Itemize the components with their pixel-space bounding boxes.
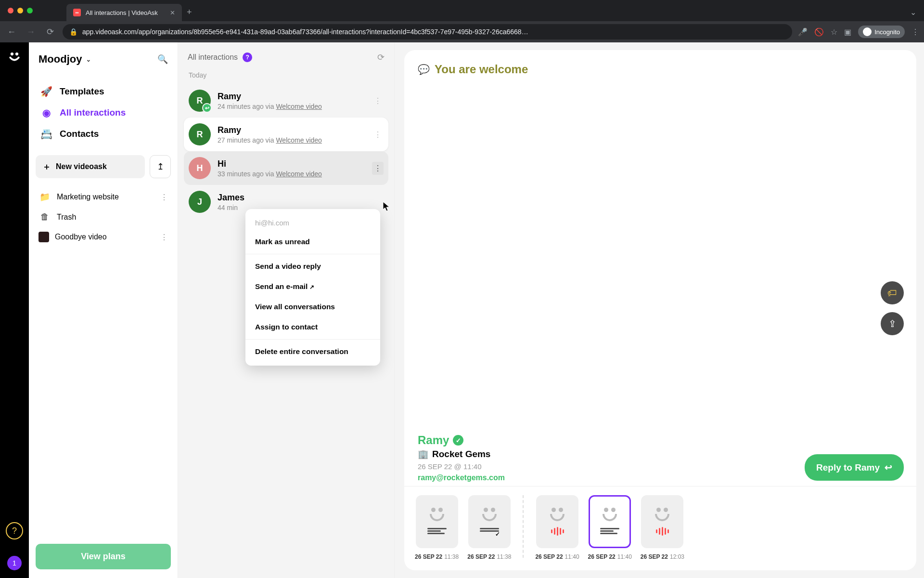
tabs-dropdown-icon[interactable]: ⌄ xyxy=(910,8,916,17)
folder-trash[interactable]: 🗑 Trash xyxy=(36,207,171,227)
thumb-card[interactable] xyxy=(468,495,511,548)
contact-name-row: Ramy ✓ xyxy=(418,434,903,447)
kebab-menu-icon[interactable]: ⋮ xyxy=(911,27,919,37)
incognito-label: Incognito xyxy=(874,28,900,36)
avatar-initial: R xyxy=(197,130,203,140)
building-icon: 🏢 xyxy=(418,449,428,460)
share-button[interactable]: ⇪ xyxy=(881,312,904,335)
help-badge-icon[interactable]: ? xyxy=(243,53,252,62)
star-icon[interactable]: ☆ xyxy=(831,27,837,37)
maximize-window-button[interactable] xyxy=(27,8,33,13)
cursor-pointer-icon xyxy=(382,201,391,212)
interaction-card[interactable]: R Ramy 27 minutes ago via Welcome video … xyxy=(184,118,388,151)
menu-mark-unread[interactable]: Mark as unread xyxy=(245,232,380,252)
panel-icon[interactable]: ▣ xyxy=(844,27,851,37)
sidebar: Moodjoy ⌄ 🔍 🚀 Templates ◉ All interactio… xyxy=(29,42,178,578)
thumb-group: 26 SEP 2211:38 26 SEP 2211:38 xyxy=(415,495,511,561)
minimize-window-button[interactable] xyxy=(17,8,23,13)
notification-count-badge[interactable]: 1 xyxy=(7,556,22,570)
completed-response-icon xyxy=(480,527,499,536)
thumb-item[interactable]: 26 SEP 2211:38 xyxy=(415,495,459,561)
folder-icon: 📁 xyxy=(38,192,51,202)
thumb-item[interactable]: 26 SEP 2212:03 xyxy=(641,495,684,561)
forward-button[interactable]: → xyxy=(24,27,38,37)
floating-actions: 🏷 ⇪ xyxy=(881,281,904,335)
thumb-caption: 26 SEP 2211:40 xyxy=(588,552,632,561)
search-icon[interactable]: 🔍 xyxy=(157,54,168,65)
lock-icon: 🔒 xyxy=(69,28,77,36)
contact-name: James xyxy=(218,193,244,203)
folder-marketing-website[interactable]: 📁 Marketing website ⋮ xyxy=(36,187,171,207)
help-button[interactable]: ? xyxy=(6,522,23,539)
contact-name: Hi xyxy=(218,159,322,169)
face-icon xyxy=(480,508,499,522)
mic-icon[interactable]: 🎤 xyxy=(798,27,808,37)
close-window-button[interactable] xyxy=(8,8,13,13)
face-icon xyxy=(600,508,619,522)
play-circle-icon: ◉ xyxy=(39,107,53,118)
reply-button[interactable]: Reply to Ramy ↩ xyxy=(805,454,904,481)
thumb-caption: 26 SEP 2211:38 xyxy=(415,552,459,561)
videoask-menu-icon[interactable]: ⋮ xyxy=(160,233,168,242)
tab-title: All interactions | VideoAsk xyxy=(86,9,158,16)
tag-button[interactable]: 🏷 xyxy=(881,281,904,304)
interaction-card[interactable]: R ↩ Ramy 24 minutes ago via Welcome vide… xyxy=(184,84,388,118)
tab-close-icon[interactable]: ✕ xyxy=(170,9,175,16)
view-plans-button[interactable]: View plans xyxy=(36,544,171,569)
menu-divider xyxy=(245,254,380,254)
left-rail: ? 1 xyxy=(0,42,29,578)
company-name: Rocket Gems xyxy=(432,449,490,460)
thumb-card[interactable] xyxy=(641,495,683,548)
context-menu: hi@hi.com Mark as unread Send a video re… xyxy=(245,209,380,366)
interaction-card[interactable]: H Hi 33 minutes ago via Welcome video ⋮ xyxy=(184,151,388,185)
thumb-item[interactable]: 26 SEP 2211:40 xyxy=(588,495,632,561)
menu-view-all-conversations[interactable]: View all conversations xyxy=(245,297,380,317)
incognito-badge[interactable]: Incognito xyxy=(858,26,905,38)
menu-delete-conversation[interactable]: Delete entire conversation xyxy=(245,342,380,362)
avatar: H xyxy=(189,157,211,179)
nav-label: All interactions xyxy=(60,107,126,118)
card-menu-icon[interactable]: ⋮ xyxy=(372,128,384,141)
videoask-goodbye-video[interactable]: Goodbye video ⋮ xyxy=(36,227,171,247)
menu-send-video-reply[interactable]: Send a video reply xyxy=(245,256,380,276)
nav-contacts[interactable]: 📇 Contacts xyxy=(36,123,171,144)
thumb-item[interactable]: 26 SEP 2211:40 xyxy=(535,495,579,561)
detail-card: 💬 You are welcome 🏷 ⇪ Ramy ✓ 🏢 Rocket Ge… xyxy=(404,50,916,570)
import-button[interactable]: ↥ xyxy=(150,155,171,178)
menu-send-email[interactable]: Send an e-mail↗ xyxy=(245,276,380,297)
share-icon: ⇪ xyxy=(888,318,897,329)
avatar: R xyxy=(189,123,211,145)
card-meta: 27 minutes ago via Welcome video xyxy=(218,136,322,144)
url-text: app.videoask.com/app/organizations/8b955… xyxy=(82,28,528,36)
thumb-card[interactable] xyxy=(416,495,458,548)
eye-off-icon[interactable]: 🚫 xyxy=(814,27,824,37)
browser-tab[interactable]: •• All interactions | VideoAsk ✕ xyxy=(66,4,182,21)
nav-all-interactions[interactable]: ◉ All interactions xyxy=(36,102,171,123)
new-videoask-button[interactable]: ＋ New videoask xyxy=(36,155,145,178)
menu-divider xyxy=(245,339,380,340)
day-header: Today xyxy=(184,71,388,84)
address-bar[interactable]: 🔒 app.videoask.com/app/organizations/8b9… xyxy=(63,24,792,39)
trash-icon: 🗑 xyxy=(38,212,51,222)
new-tab-button[interactable]: + xyxy=(187,7,192,17)
thumb-card-active[interactable] xyxy=(589,495,631,548)
thumb-item[interactable]: 26 SEP 2211:38 xyxy=(467,495,511,561)
folder-menu-icon[interactable]: ⋮ xyxy=(160,193,168,202)
thumbnail-strip: 26 SEP 2211:38 26 SEP 2211:38 xyxy=(404,486,916,570)
card-menu-icon[interactable]: ⋮ xyxy=(372,162,384,175)
tab-favicon: •• xyxy=(73,9,81,16)
refresh-icon[interactable]: ⟳ xyxy=(377,52,385,63)
avatar: J xyxy=(189,191,211,213)
nav-templates[interactable]: 🚀 Templates xyxy=(36,81,171,102)
text-response-icon xyxy=(427,527,447,536)
avatar-initial: R xyxy=(197,96,203,106)
org-switcher[interactable]: Moodjoy ⌄ 🔍 xyxy=(36,51,171,67)
thumb-card[interactable] xyxy=(536,495,578,548)
back-button[interactable]: ← xyxy=(5,27,18,37)
menu-assign-to-contact[interactable]: Assign to contact xyxy=(245,317,380,337)
card-meta: 44 min xyxy=(218,204,244,211)
avatar-initial: H xyxy=(197,163,203,173)
card-menu-icon[interactable]: ⋮ xyxy=(372,94,384,107)
app-logo-icon[interactable] xyxy=(7,49,22,64)
reload-button[interactable]: ⟳ xyxy=(43,26,57,37)
